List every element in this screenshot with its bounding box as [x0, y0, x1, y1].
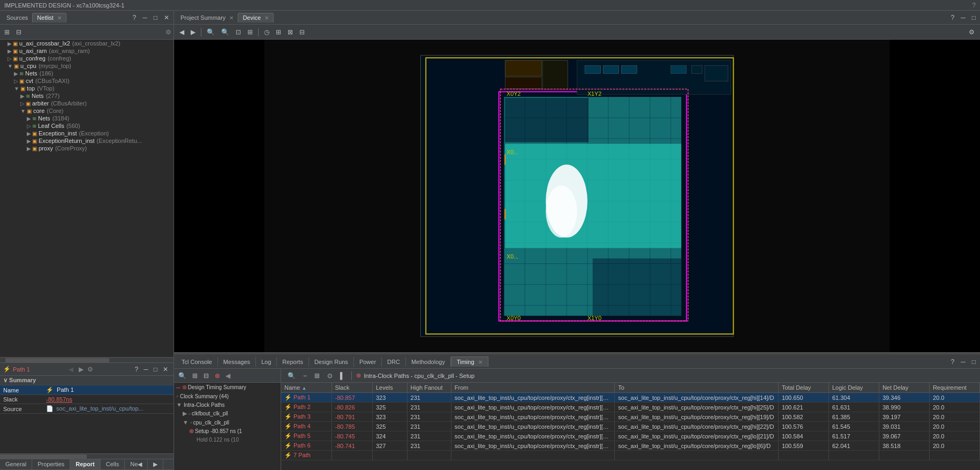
tab-cells[interactable]: Cells [101, 459, 125, 469]
bl-left-btn[interactable]: ◀ [224, 372, 232, 380]
tree-arrow[interactable]: ▶ [7, 48, 12, 54]
tree-item-cpu[interactable]: ▼ ▣ u_cpu (mycpu_top) [0, 62, 174, 70]
tree-item-proxy[interactable]: ▶ ▣ proxy (CoreProxy) [0, 145, 174, 152]
path-forward-btn[interactable]: ▶ [77, 365, 85, 374]
timing-grid-btn[interactable]: ⊞ [312, 371, 322, 381]
device-settings-btn[interactable]: ⚙ [967, 27, 977, 37]
snap-btn[interactable]: ⊠ [285, 27, 295, 37]
btree-design-timing[interactable]: ─ ⊗ Design Timing Summary [174, 383, 281, 392]
tree-arrow[interactable]: ▼ [14, 86, 19, 92]
tab-reports[interactable]: Reports [277, 357, 309, 367]
path-close-btn[interactable]: ✕ [161, 365, 170, 374]
source-row[interactable]: Source 📄 soc_axi_lite_top_inst/u_cpu/top… [0, 404, 174, 414]
netlist-tab-close[interactable]: ✕ [57, 15, 62, 21]
nav-back-btn[interactable]: ◀ [177, 27, 186, 37]
clock-btn[interactable]: ◷ [262, 27, 272, 37]
tab-log[interactable]: Log [256, 357, 277, 367]
settings-icon[interactable]: ⚙ [165, 28, 171, 36]
sources-tab[interactable]: Sources [2, 13, 32, 22]
col-slack-header[interactable]: Slack [331, 383, 372, 393]
bottom-help-btn[interactable]: ? [949, 357, 957, 367]
btree-hold[interactable]: Hold 0.122 ns (10 [174, 436, 281, 444]
tab-report[interactable]: Report [70, 459, 100, 469]
timing-table-wrapper[interactable]: Name ▲ Slack Levels High Fanout From To … [281, 383, 980, 470]
tree-item-axiram[interactable]: ▶ ▣ u_axi_ram (axi_wrap_ram) [0, 47, 174, 55]
tree-arrow[interactable]: ▶ [14, 71, 18, 77]
tree-item-exception[interactable]: ▶ ▣ Exception_inst (Exception) [0, 130, 174, 137]
zoom-out-btn[interactable]: 🔍 [219, 27, 231, 37]
zoom-in-btn[interactable]: 🔍 [205, 27, 217, 37]
tree-item-arbiter[interactable]: ▷ ▣ arbiter (CBusArbiter) [0, 100, 174, 107]
tree-item-top[interactable]: ▼ ▣ top (VTop) [0, 85, 174, 92]
tree-arrow[interactable]: ▶ [27, 116, 31, 122]
device-view[interactable]: X0Y2 X1Y2 X0... X0... X0Y0 X1Y0 [174, 40, 980, 352]
timing-row[interactable]: ⚡Path 4-80.785325231soc_axi_lite_top_ins… [281, 422, 980, 431]
netlist-hscroll[interactable] [0, 357, 174, 362]
device-minimize-btn[interactable]: ─ [959, 13, 968, 22]
path-help-btn[interactable]: ? [133, 365, 141, 374]
bl-collapse-btn[interactable]: ⊟ [201, 371, 211, 381]
project-summary-tab[interactable]: Project Summary ✕ [176, 13, 238, 22]
col-to-header[interactable]: To [615, 383, 779, 393]
nav-forward-btn[interactable]: ▶ [189, 27, 198, 37]
netlist-maximize-btn[interactable]: □ [152, 13, 160, 22]
tree-arrow[interactable]: ▶ [20, 93, 25, 99]
device-tab[interactable]: Device ✕ [238, 13, 274, 22]
tree-item-nets186[interactable]: ▶ ≋ Nets (186) [0, 70, 174, 77]
timing-search-btn[interactable]: 🔍 [285, 371, 298, 381]
tab-methodology[interactable]: Methodology [406, 357, 451, 367]
slack-row[interactable]: Slack -80.857ns [0, 395, 174, 404]
netlist-help-btn[interactable]: ? [131, 13, 139, 22]
btree-setup[interactable]: ⊗ Setup -80.857 ns (1 [174, 427, 281, 436]
name-row[interactable]: Name ⚡ Path 1 [0, 385, 174, 395]
timing-row[interactable]: ⚡Path 2-80.826325231soc_axi_lite_top_ins… [281, 403, 980, 412]
timing-row[interactable]: ⚡Path 1-80.857323231soc_axi_lite_top_ins… [281, 393, 980, 403]
netlist-minimize-btn[interactable]: ─ [140, 13, 149, 22]
tab-power[interactable]: Power [354, 357, 382, 367]
btree-cpu-clk[interactable]: ▼ ◦ cpu_clk_clk_pll [174, 418, 281, 427]
col-from-header[interactable]: From [451, 383, 615, 393]
tree-item-nets3184[interactable]: ▶ ≋ Nets (3184) [0, 115, 174, 122]
timing-dot-btn[interactable]: ⊙ [325, 371, 335, 381]
timing-row[interactable]: ⚡Path 3-80.791323231soc_axi_lite_top_ins… [281, 412, 980, 422]
tab-general[interactable]: General [0, 459, 32, 469]
tree-item-leafcells[interactable]: ▷ ≋ Leaf Cells (560) [0, 122, 174, 130]
btree-clkfbout[interactable]: ▶ ◦ clkfbout_clk_pll [174, 409, 281, 418]
tab-drc[interactable]: DRC [382, 357, 406, 367]
tab-ne[interactable]: Ne◀ [125, 459, 148, 469]
fit2-btn[interactable]: ⊞ [245, 27, 255, 37]
tree-arrow[interactable]: ▶ [27, 146, 31, 151]
device-help-btn[interactable]: ? [949, 13, 957, 22]
timing-row[interactable]: ⚡Path 6-80.741327231soc_axi_lite_top_ins… [281, 441, 980, 451]
col-req-header[interactable]: Requirement [929, 383, 979, 393]
tree-item-exceptionreturn[interactable]: ▶ ▣ ExceptionReturn_inst (ExceptionRetu.… [0, 137, 174, 145]
btree-clock-summary[interactable]: ◦ Clock Summary (44) [174, 392, 281, 400]
tab-design-runs[interactable]: Design Runs [309, 357, 354, 367]
col-logic-header[interactable]: Logic Delay [828, 383, 879, 393]
netlist-tab[interactable]: Netlist ✕ [32, 13, 66, 22]
device-close[interactable]: ✕ [265, 15, 269, 21]
grid-btn[interactable]: ⊞ [274, 27, 283, 37]
tree-arrow[interactable]: ▷ [14, 78, 18, 84]
tree-arrow[interactable]: ▶ [27, 138, 31, 144]
route-btn[interactable]: ⊟ [297, 27, 307, 37]
path-settings-icon[interactable]: ⚙ [87, 366, 93, 373]
path-back-btn[interactable]: ◀ [67, 365, 75, 374]
timing-minus-btn[interactable]: − [301, 371, 309, 381]
timing-tab-close[interactable]: ✕ [478, 359, 483, 365]
tree-item-confreg[interactable]: ▷ ▣ u_confreg (confreg) [0, 55, 174, 62]
bl-search-btn[interactable]: 🔍 [176, 371, 189, 381]
tree-item-core[interactable]: ▼ ▣ core (Core) [0, 107, 174, 115]
tab-timing[interactable]: Timing ✕ [451, 357, 488, 367]
tree-arrow[interactable]: ▷ [27, 123, 31, 129]
col-net-header[interactable]: Net Delay [879, 383, 929, 393]
tab-tcl-console[interactable]: Tcl Console [176, 357, 218, 367]
tree-arrow[interactable]: ▼ [7, 63, 13, 69]
tree-arrow[interactable]: ▷ [20, 101, 25, 107]
tab-more[interactable]: ▶ [148, 459, 163, 469]
tab-properties[interactable]: Properties [32, 459, 70, 469]
expand-btn[interactable]: ⊞ [2, 27, 12, 37]
bl-error-btn[interactable]: ⊗ [213, 371, 222, 381]
tree-arrow[interactable]: ▷ [7, 56, 12, 62]
path-maximize-btn[interactable]: □ [152, 365, 160, 374]
